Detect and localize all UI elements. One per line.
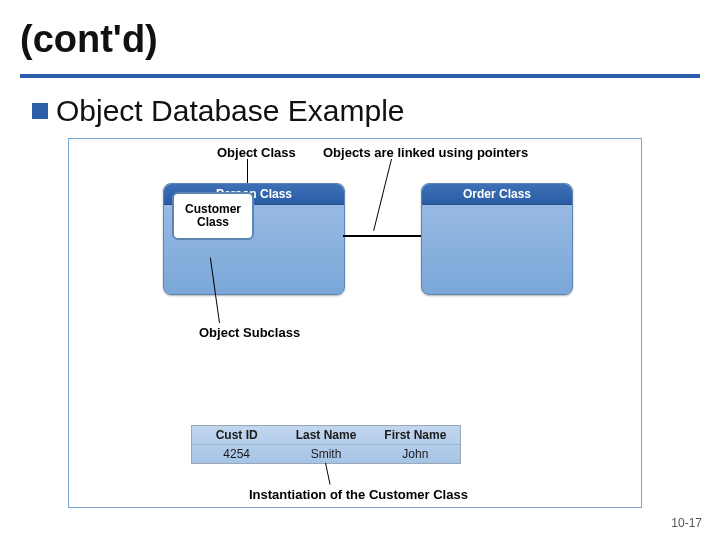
- table-data-row: 4254 Smith John: [192, 445, 460, 463]
- label-instantiation: Instantiation of the Customer Class: [249, 487, 468, 502]
- diagram-frame: Object Class Objects are linked using po…: [68, 138, 642, 508]
- label-object-class: Object Class: [217, 145, 296, 160]
- td-firstname: John: [371, 447, 460, 461]
- title-rule: [20, 74, 700, 78]
- square-bullet-icon: [32, 103, 48, 119]
- leader-pointers: [373, 159, 392, 231]
- order-class-panel: Order Class: [421, 183, 573, 295]
- table-header-row: Cust ID Last Name First Name: [192, 426, 460, 445]
- instantiation-table: Cust ID Last Name First Name 4254 Smith …: [191, 425, 461, 464]
- th-firstname: First Name: [371, 428, 460, 442]
- bullet-row: Object Database Example: [32, 94, 405, 128]
- customer-subclass-box: Customer Class: [172, 192, 254, 240]
- leader-object-class: [247, 159, 248, 185]
- order-class-body: [422, 205, 572, 295]
- td-custid: 4254: [192, 447, 281, 461]
- td-lastname: Smith: [281, 447, 370, 461]
- person-class-body: Customer Class: [164, 205, 344, 295]
- th-custid: Cust ID: [192, 428, 281, 442]
- bullet-text: Object Database Example: [56, 94, 405, 128]
- page-number: 10-17: [671, 516, 702, 530]
- slide-title: (cont'd): [20, 18, 158, 61]
- person-class-panel: Person Class Customer Class: [163, 183, 345, 295]
- label-pointers: Objects are linked using pointers: [323, 145, 528, 160]
- order-class-header: Order Class: [422, 184, 572, 205]
- leader-instantiation: [325, 463, 331, 485]
- pointer-connector: [343, 235, 421, 237]
- label-subclass: Object Subclass: [199, 325, 300, 340]
- slide-root: (cont'd) Object Database Example Object …: [0, 0, 720, 540]
- th-lastname: Last Name: [281, 428, 370, 442]
